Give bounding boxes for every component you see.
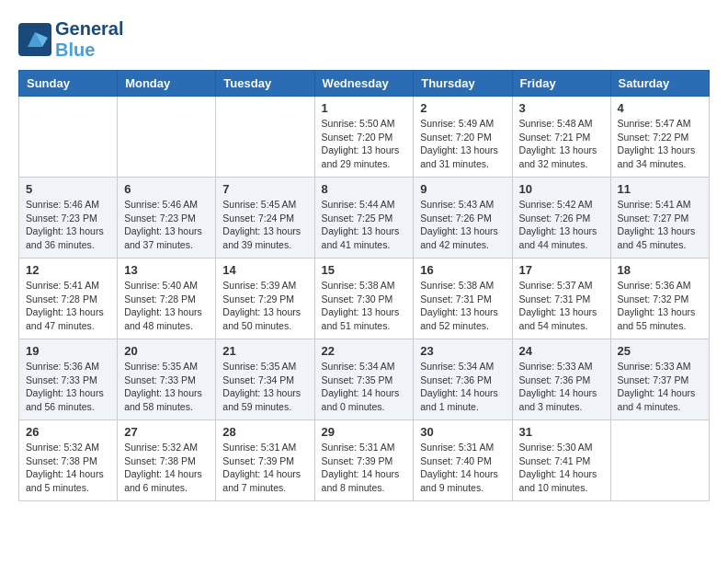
day-number: 7 (222, 182, 307, 196)
day-number: 25 (618, 344, 702, 358)
calendar-cell: 5Sunrise: 5:46 AM Sunset: 7:23 PM Daylig… (19, 178, 118, 259)
day-info: Sunrise: 5:35 AM Sunset: 7:34 PM Dayligh… (222, 360, 307, 414)
calendar-header-row: SundayMondayTuesdayWednesdayThursdayFrid… (19, 71, 710, 97)
day-number: 6 (124, 182, 209, 196)
calendar-cell: 12Sunrise: 5:41 AM Sunset: 7:28 PM Dayli… (19, 259, 118, 339)
logo-blue: Blue (55, 40, 123, 61)
col-header-saturday: Saturday (610, 71, 709, 97)
calendar-cell: 13Sunrise: 5:40 AM Sunset: 7:28 PM Dayli… (118, 259, 216, 339)
day-number: 3 (519, 101, 604, 115)
day-number: 28 (222, 425, 307, 439)
calendar-cell: 10Sunrise: 5:42 AM Sunset: 7:26 PM Dayli… (512, 178, 610, 259)
day-number: 30 (420, 425, 505, 439)
day-info: Sunrise: 5:32 AM Sunset: 7:38 PM Dayligh… (26, 441, 110, 495)
day-number: 8 (322, 182, 407, 196)
day-info: Sunrise: 5:46 AM Sunset: 7:23 PM Dayligh… (26, 198, 110, 252)
calendar-cell: 23Sunrise: 5:34 AM Sunset: 7:36 PM Dayli… (414, 339, 512, 420)
calendar-cell (19, 97, 118, 178)
day-info: Sunrise: 5:34 AM Sunset: 7:35 PM Dayligh… (322, 360, 407, 414)
day-info: Sunrise: 5:50 AM Sunset: 7:20 PM Dayligh… (322, 117, 407, 171)
day-info: Sunrise: 5:40 AM Sunset: 7:28 PM Dayligh… (124, 279, 209, 333)
calendar-cell: 19Sunrise: 5:36 AM Sunset: 7:33 PM Dayli… (19, 339, 118, 420)
calendar-cell: 21Sunrise: 5:35 AM Sunset: 7:34 PM Dayli… (216, 339, 314, 420)
day-info: Sunrise: 5:35 AM Sunset: 7:33 PM Dayligh… (124, 360, 209, 414)
col-header-friday: Friday (512, 71, 610, 97)
day-number: 9 (420, 182, 505, 196)
calendar-cell: 15Sunrise: 5:38 AM Sunset: 7:30 PM Dayli… (314, 259, 414, 339)
col-header-tuesday: Tuesday (216, 71, 314, 97)
col-header-wednesday: Wednesday (314, 71, 414, 97)
day-info: Sunrise: 5:31 AM Sunset: 7:40 PM Dayligh… (420, 441, 505, 495)
day-info: Sunrise: 5:30 AM Sunset: 7:41 PM Dayligh… (519, 441, 604, 495)
col-header-sunday: Sunday (19, 71, 118, 97)
day-number: 31 (519, 425, 604, 439)
logo-icon (18, 23, 51, 56)
calendar-cell: 14Sunrise: 5:39 AM Sunset: 7:29 PM Dayli… (216, 259, 314, 339)
day-info: Sunrise: 5:48 AM Sunset: 7:21 PM Dayligh… (519, 117, 604, 171)
day-info: Sunrise: 5:46 AM Sunset: 7:23 PM Dayligh… (124, 198, 209, 252)
day-number: 13 (124, 263, 209, 277)
day-info: Sunrise: 5:33 AM Sunset: 7:37 PM Dayligh… (618, 360, 702, 414)
calendar-cell: 25Sunrise: 5:33 AM Sunset: 7:37 PM Dayli… (610, 339, 709, 420)
day-number: 5 (26, 182, 110, 196)
calendar-cell: 24Sunrise: 5:33 AM Sunset: 7:36 PM Dayli… (512, 339, 610, 420)
calendar-table: SundayMondayTuesdayWednesdayThursdayFrid… (18, 70, 710, 501)
day-info: Sunrise: 5:36 AM Sunset: 7:32 PM Dayligh… (618, 279, 702, 333)
calendar-cell: 30Sunrise: 5:31 AM Sunset: 7:40 PM Dayli… (414, 420, 512, 501)
calendar-cell: 18Sunrise: 5:36 AM Sunset: 7:32 PM Dayli… (610, 259, 709, 339)
logo: General Blue (18, 18, 123, 61)
day-number: 15 (322, 263, 407, 277)
day-info: Sunrise: 5:42 AM Sunset: 7:26 PM Dayligh… (519, 198, 604, 252)
day-info: Sunrise: 5:32 AM Sunset: 7:38 PM Dayligh… (124, 441, 209, 495)
day-number: 27 (124, 425, 209, 439)
calendar-cell: 27Sunrise: 5:32 AM Sunset: 7:38 PM Dayli… (118, 420, 216, 501)
calendar-week-row: 19Sunrise: 5:36 AM Sunset: 7:33 PM Dayli… (19, 339, 710, 420)
calendar-week-row: 5Sunrise: 5:46 AM Sunset: 7:23 PM Daylig… (19, 178, 710, 259)
day-number: 2 (420, 101, 505, 115)
day-info: Sunrise: 5:47 AM Sunset: 7:22 PM Dayligh… (618, 117, 702, 171)
calendar-cell: 6Sunrise: 5:46 AM Sunset: 7:23 PM Daylig… (118, 178, 216, 259)
col-header-thursday: Thursday (414, 71, 512, 97)
calendar-cell (118, 97, 216, 178)
page-header: General Blue (18, 18, 710, 61)
calendar-cell: 8Sunrise: 5:44 AM Sunset: 7:25 PM Daylig… (314, 178, 414, 259)
day-number: 10 (519, 182, 604, 196)
calendar-week-row: 12Sunrise: 5:41 AM Sunset: 7:28 PM Dayli… (19, 259, 710, 339)
calendar-cell: 7Sunrise: 5:45 AM Sunset: 7:24 PM Daylig… (216, 178, 314, 259)
day-number: 19 (26, 344, 110, 358)
calendar-cell: 16Sunrise: 5:38 AM Sunset: 7:31 PM Dayli… (414, 259, 512, 339)
calendar-cell: 26Sunrise: 5:32 AM Sunset: 7:38 PM Dayli… (19, 420, 118, 501)
calendar-week-row: 1Sunrise: 5:50 AM Sunset: 7:20 PM Daylig… (19, 97, 710, 178)
calendar-cell: 9Sunrise: 5:43 AM Sunset: 7:26 PM Daylig… (414, 178, 512, 259)
day-info: Sunrise: 5:44 AM Sunset: 7:25 PM Dayligh… (322, 198, 407, 252)
logo-general: General (55, 18, 123, 40)
day-number: 23 (420, 344, 505, 358)
day-info: Sunrise: 5:36 AM Sunset: 7:33 PM Dayligh… (26, 360, 110, 414)
day-info: Sunrise: 5:45 AM Sunset: 7:24 PM Dayligh… (222, 198, 307, 252)
day-info: Sunrise: 5:37 AM Sunset: 7:31 PM Dayligh… (519, 279, 604, 333)
calendar-cell: 29Sunrise: 5:31 AM Sunset: 7:39 PM Dayli… (314, 420, 414, 501)
calendar-cell: 2Sunrise: 5:49 AM Sunset: 7:20 PM Daylig… (414, 97, 512, 178)
day-number: 18 (618, 263, 702, 277)
calendar-cell: 4Sunrise: 5:47 AM Sunset: 7:22 PM Daylig… (610, 97, 709, 178)
day-number: 21 (222, 344, 307, 358)
day-number: 22 (322, 344, 407, 358)
day-number: 17 (519, 263, 604, 277)
day-info: Sunrise: 5:49 AM Sunset: 7:20 PM Dayligh… (420, 117, 505, 171)
day-number: 16 (420, 263, 505, 277)
day-number: 24 (519, 344, 604, 358)
calendar-cell (216, 97, 314, 178)
calendar-cell: 28Sunrise: 5:31 AM Sunset: 7:39 PM Dayli… (216, 420, 314, 501)
day-info: Sunrise: 5:43 AM Sunset: 7:26 PM Dayligh… (420, 198, 505, 252)
day-info: Sunrise: 5:31 AM Sunset: 7:39 PM Dayligh… (322, 441, 407, 495)
day-number: 29 (322, 425, 407, 439)
calendar-cell: 1Sunrise: 5:50 AM Sunset: 7:20 PM Daylig… (314, 97, 414, 178)
calendar-cell: 11Sunrise: 5:41 AM Sunset: 7:27 PM Dayli… (610, 178, 709, 259)
day-number: 4 (618, 101, 702, 115)
calendar-cell (610, 420, 709, 501)
day-number: 12 (26, 263, 110, 277)
day-info: Sunrise: 5:31 AM Sunset: 7:39 PM Dayligh… (222, 441, 307, 495)
day-number: 1 (322, 101, 407, 115)
day-info: Sunrise: 5:41 AM Sunset: 7:28 PM Dayligh… (26, 279, 110, 333)
calendar-cell: 22Sunrise: 5:34 AM Sunset: 7:35 PM Dayli… (314, 339, 414, 420)
